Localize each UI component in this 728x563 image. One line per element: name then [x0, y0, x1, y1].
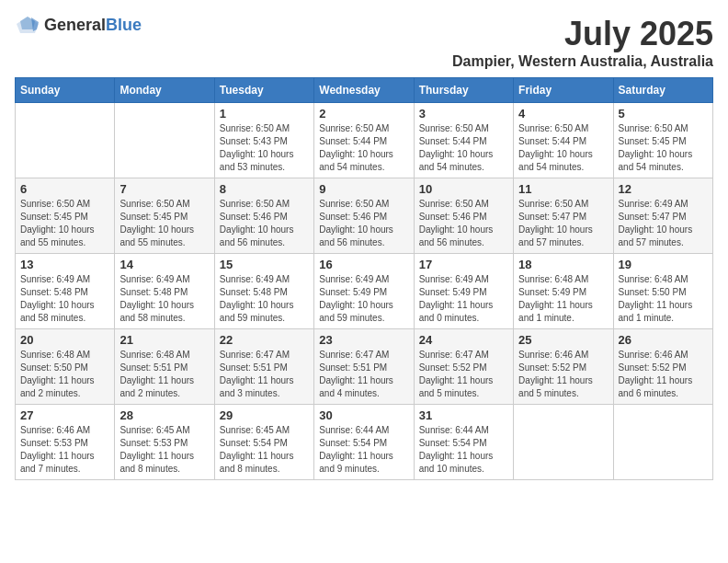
day-cell: 3Sunrise: 6:50 AM Sunset: 5:44 PM Daylig… — [414, 103, 513, 178]
logo-blue-text: Blue — [106, 16, 142, 34]
day-number: 8 — [220, 182, 309, 196]
day-cell: 28Sunrise: 6:45 AM Sunset: 5:53 PM Dayli… — [115, 405, 214, 480]
day-cell: 23Sunrise: 6:47 AM Sunset: 5:51 PM Dayli… — [314, 329, 414, 405]
day-cell: 12Sunrise: 6:49 AM Sunset: 5:47 PM Dayli… — [613, 178, 712, 254]
day-cell: 9Sunrise: 6:50 AM Sunset: 5:46 PM Daylig… — [314, 178, 414, 254]
day-number: 29 — [220, 408, 309, 422]
header: GeneralBlue July 2025 Dampier, Western A… — [15, 15, 713, 70]
day-detail: Sunrise: 6:50 AM Sunset: 5:46 PM Dayligh… — [220, 198, 309, 249]
day-number: 5 — [619, 107, 708, 121]
day-cell: 26Sunrise: 6:46 AM Sunset: 5:52 PM Dayli… — [613, 329, 712, 405]
day-number: 27 — [20, 408, 109, 422]
day-number: 15 — [220, 258, 309, 271]
day-cell: 18Sunrise: 6:48 AM Sunset: 5:49 PM Dayli… — [514, 254, 613, 329]
week-row-1: 1Sunrise: 6:50 AM Sunset: 5:43 PM Daylig… — [16, 103, 713, 178]
day-cell: 8Sunrise: 6:50 AM Sunset: 5:46 PM Daylig… — [214, 178, 313, 254]
day-detail: Sunrise: 6:48 AM Sunset: 5:50 PM Dayligh… — [619, 273, 708, 325]
day-cell: 20Sunrise: 6:48 AM Sunset: 5:50 PM Dayli… — [16, 329, 115, 405]
calendar-table: SundayMondayTuesdayWednesdayThursdayFrid… — [15, 77, 713, 480]
header-cell-friday: Friday — [514, 78, 613, 103]
day-number: 1 — [220, 107, 309, 121]
day-detail: Sunrise: 6:49 AM Sunset: 5:48 PM Dayligh… — [220, 273, 309, 325]
day-number: 23 — [319, 333, 408, 347]
day-cell: 24Sunrise: 6:47 AM Sunset: 5:52 PM Dayli… — [414, 329, 513, 405]
calendar-header-row: SundayMondayTuesdayWednesdayThursdayFrid… — [16, 78, 713, 103]
header-cell-thursday: Thursday — [414, 78, 513, 103]
day-cell: 16Sunrise: 6:49 AM Sunset: 5:49 PM Dayli… — [314, 254, 414, 329]
day-detail: Sunrise: 6:48 AM Sunset: 5:50 PM Dayligh… — [20, 349, 109, 400]
day-cell: 25Sunrise: 6:46 AM Sunset: 5:52 PM Dayli… — [514, 329, 613, 405]
logo: GeneralBlue — [15, 15, 142, 35]
day-cell: 4Sunrise: 6:50 AM Sunset: 5:44 PM Daylig… — [514, 103, 613, 178]
day-cell: 31Sunrise: 6:44 AM Sunset: 5:54 PM Dayli… — [414, 405, 513, 480]
day-detail: Sunrise: 6:46 AM Sunset: 5:53 PM Dayligh… — [20, 424, 109, 476]
day-detail: Sunrise: 6:50 AM Sunset: 5:44 PM Dayligh… — [319, 122, 408, 174]
day-cell: 6Sunrise: 6:50 AM Sunset: 5:45 PM Daylig… — [16, 178, 115, 254]
day-cell: 22Sunrise: 6:47 AM Sunset: 5:51 PM Dayli… — [214, 329, 313, 405]
day-number: 22 — [220, 333, 309, 347]
day-number: 18 — [518, 258, 608, 271]
title-area: July 2025 Dampier, Western Australia, Au… — [452, 15, 713, 70]
day-number: 13 — [20, 258, 109, 271]
day-detail: Sunrise: 6:49 AM Sunset: 5:48 PM Dayligh… — [20, 273, 109, 325]
day-detail: Sunrise: 6:50 AM Sunset: 5:44 PM Dayligh… — [419, 122, 508, 174]
day-detail: Sunrise: 6:50 AM Sunset: 5:45 PM Dayligh… — [20, 198, 109, 249]
day-number: 11 — [518, 182, 608, 196]
day-cell: 5Sunrise: 6:50 AM Sunset: 5:45 PM Daylig… — [613, 103, 712, 178]
day-number: 26 — [619, 333, 708, 347]
day-number: 9 — [319, 182, 408, 196]
day-detail: Sunrise: 6:50 AM Sunset: 5:43 PM Dayligh… — [220, 122, 309, 174]
day-cell: 7Sunrise: 6:50 AM Sunset: 5:45 PM Daylig… — [115, 178, 214, 254]
header-cell-monday: Monday — [115, 78, 214, 103]
day-cell: 2Sunrise: 6:50 AM Sunset: 5:44 PM Daylig… — [314, 103, 414, 178]
day-cell: 30Sunrise: 6:44 AM Sunset: 5:54 PM Dayli… — [314, 405, 414, 480]
day-number: 17 — [419, 258, 508, 271]
day-number: 20 — [20, 333, 109, 347]
day-cell: 15Sunrise: 6:49 AM Sunset: 5:48 PM Dayli… — [214, 254, 313, 329]
day-cell: 27Sunrise: 6:46 AM Sunset: 5:53 PM Dayli… — [16, 405, 115, 480]
week-row-5: 27Sunrise: 6:46 AM Sunset: 5:53 PM Dayli… — [16, 405, 713, 480]
day-detail: Sunrise: 6:49 AM Sunset: 5:49 PM Dayligh… — [419, 273, 508, 325]
day-number: 21 — [119, 333, 209, 347]
day-cell — [613, 405, 712, 480]
day-detail: Sunrise: 6:45 AM Sunset: 5:53 PM Dayligh… — [119, 424, 209, 476]
logo-general-text: General — [44, 16, 106, 34]
day-number: 25 — [518, 333, 608, 347]
day-detail: Sunrise: 6:47 AM Sunset: 5:51 PM Dayligh… — [220, 349, 309, 400]
day-detail: Sunrise: 6:49 AM Sunset: 5:49 PM Dayligh… — [319, 273, 408, 325]
day-detail: Sunrise: 6:50 AM Sunset: 5:45 PM Dayligh… — [119, 198, 209, 249]
location-title: Dampier, Western Australia, Australia — [452, 53, 713, 70]
day-cell: 19Sunrise: 6:48 AM Sunset: 5:50 PM Dayli… — [613, 254, 712, 329]
day-detail: Sunrise: 6:45 AM Sunset: 5:54 PM Dayligh… — [220, 424, 309, 476]
day-detail: Sunrise: 6:47 AM Sunset: 5:52 PM Dayligh… — [419, 349, 508, 400]
day-cell: 1Sunrise: 6:50 AM Sunset: 5:43 PM Daylig… — [214, 103, 313, 178]
day-cell: 13Sunrise: 6:49 AM Sunset: 5:48 PM Dayli… — [16, 254, 115, 329]
day-cell: 14Sunrise: 6:49 AM Sunset: 5:48 PM Dayli… — [115, 254, 214, 329]
day-number: 12 — [619, 182, 708, 196]
day-number: 7 — [119, 182, 209, 196]
week-row-2: 6Sunrise: 6:50 AM Sunset: 5:45 PM Daylig… — [16, 178, 713, 254]
day-cell: 10Sunrise: 6:50 AM Sunset: 5:46 PM Dayli… — [414, 178, 513, 254]
day-detail: Sunrise: 6:50 AM Sunset: 5:46 PM Dayligh… — [319, 198, 408, 249]
week-row-4: 20Sunrise: 6:48 AM Sunset: 5:50 PM Dayli… — [16, 329, 713, 405]
day-detail: Sunrise: 6:44 AM Sunset: 5:54 PM Dayligh… — [419, 424, 508, 476]
day-detail: Sunrise: 6:49 AM Sunset: 5:48 PM Dayligh… — [119, 273, 209, 325]
day-cell: 29Sunrise: 6:45 AM Sunset: 5:54 PM Dayli… — [214, 405, 313, 480]
header-cell-wednesday: Wednesday — [314, 78, 414, 103]
month-year-title: July 2025 — [452, 15, 713, 53]
day-detail: Sunrise: 6:47 AM Sunset: 5:51 PM Dayligh… — [319, 349, 408, 400]
week-row-3: 13Sunrise: 6:49 AM Sunset: 5:48 PM Dayli… — [16, 254, 713, 329]
day-detail: Sunrise: 6:46 AM Sunset: 5:52 PM Dayligh… — [619, 349, 708, 400]
day-cell — [115, 103, 214, 178]
day-cell: 11Sunrise: 6:50 AM Sunset: 5:47 PM Dayli… — [514, 178, 613, 254]
day-cell: 17Sunrise: 6:49 AM Sunset: 5:49 PM Dayli… — [414, 254, 513, 329]
day-number: 10 — [419, 182, 508, 196]
day-cell — [16, 103, 115, 178]
day-number: 14 — [119, 258, 209, 271]
day-detail: Sunrise: 6:49 AM Sunset: 5:47 PM Dayligh… — [619, 198, 708, 249]
day-number: 6 — [20, 182, 109, 196]
day-detail: Sunrise: 6:46 AM Sunset: 5:52 PM Dayligh… — [518, 349, 608, 400]
day-cell: 21Sunrise: 6:48 AM Sunset: 5:51 PM Dayli… — [115, 329, 214, 405]
logo-icon — [15, 15, 40, 35]
header-cell-saturday: Saturday — [613, 78, 712, 103]
